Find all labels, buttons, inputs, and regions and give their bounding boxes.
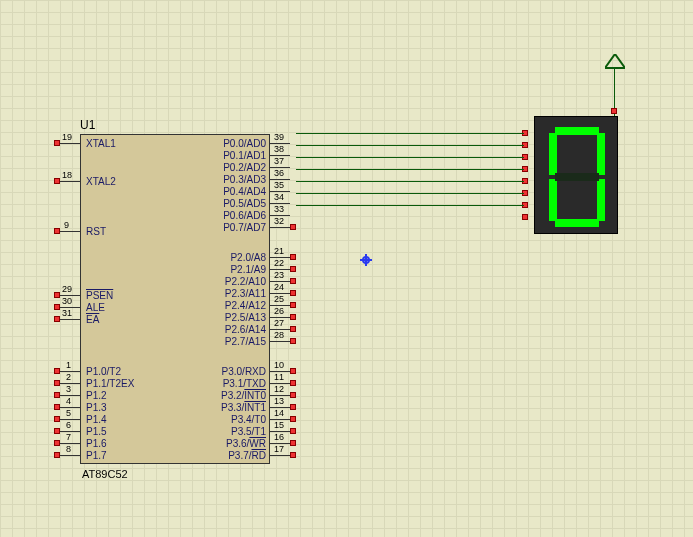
pin-num: 13: [274, 396, 284, 406]
pin-pad[interactable]: [54, 228, 60, 234]
pin-label: P2.4/A12: [225, 300, 266, 311]
seg-a: [555, 127, 599, 135]
pin-label-ale: ALE: [86, 302, 105, 313]
pin-pad[interactable]: [54, 392, 60, 398]
ic-part-number: AT89C52: [82, 468, 128, 480]
pin-num: 39: [274, 132, 284, 142]
pin-pad[interactable]: [290, 368, 296, 374]
pin-num: 21: [274, 246, 284, 256]
pin-num-30: 30: [62, 296, 72, 306]
pin-num-3: 3: [66, 384, 71, 394]
pin-pad[interactable]: [290, 392, 296, 398]
pin-pad[interactable]: [54, 140, 60, 146]
ic-reference: U1: [80, 118, 95, 132]
pin-pad[interactable]: [54, 404, 60, 410]
pin-label: P0.4/AD4: [223, 186, 266, 197]
pin-num-18: 18: [62, 170, 72, 180]
pin-label: P2.7/A15: [225, 336, 266, 347]
pin-pad[interactable]: [54, 304, 60, 310]
pin-label: P3.7/RD: [228, 450, 266, 461]
pin-label: P2.5/A13: [225, 312, 266, 323]
pin-label: P2.2/A10: [225, 276, 266, 287]
pin-num: 37: [274, 156, 284, 166]
pin-lead: [60, 231, 80, 232]
pin-lead: [270, 455, 290, 456]
pin-lead: [60, 143, 80, 144]
pin-pad[interactable]: [54, 428, 60, 434]
pin-pad[interactable]: [290, 404, 296, 410]
pin-num: 38: [274, 144, 284, 154]
schematic-canvas[interactable]: U1 AT89C52 XTAL1 19 XTAL2 18 RST 9 PSEN …: [0, 0, 693, 537]
pin-num-4: 4: [66, 396, 71, 406]
seg-f: [549, 133, 557, 175]
pin-label: P2.3/A11: [225, 288, 266, 299]
pin-pad[interactable]: [290, 338, 296, 344]
pin-label-p17: P1.7: [86, 450, 107, 461]
pin-label: P3.0/RXD: [222, 366, 266, 377]
pin-num: 24: [274, 282, 284, 292]
power-arrow-icon: [605, 54, 625, 70]
pin-num-1: 1: [66, 360, 71, 370]
pin-num-19: 19: [62, 132, 72, 142]
pin-pad[interactable]: [54, 368, 60, 374]
pin-lead: [60, 455, 80, 456]
pin-lead: [270, 341, 290, 342]
seven-segment-display[interactable]: [534, 116, 618, 234]
pin-label-psen: PSEN: [86, 290, 113, 301]
pin-pad[interactable]: [290, 314, 296, 320]
pin-pad[interactable]: [54, 380, 60, 386]
pin-num-9: 9: [64, 220, 69, 230]
pin-pad[interactable]: [54, 452, 60, 458]
pin-pad[interactable]: [290, 380, 296, 386]
pin-pad[interactable]: [54, 316, 60, 322]
pin-label: P0.6/AD6: [223, 210, 266, 221]
pin-pad[interactable]: [290, 278, 296, 284]
pin-num: 17: [274, 444, 284, 454]
pin-lead: [60, 181, 80, 182]
pin-num: 25: [274, 294, 284, 304]
pin-pad[interactable]: [54, 440, 60, 446]
pin-pad[interactable]: [54, 416, 60, 422]
pin-num: 27: [274, 318, 284, 328]
wire: [296, 133, 524, 134]
pin-lead: [270, 227, 290, 228]
pin-label: P0.0/AD0: [223, 138, 266, 149]
pin-num: 12: [274, 384, 284, 394]
svg-marker-0: [605, 54, 625, 68]
pin-label: P3.2/INT0: [221, 390, 266, 401]
pin-num-6: 6: [66, 420, 71, 430]
seg-d: [555, 219, 599, 227]
pin-label-p11: P1.1/T2EX: [86, 378, 134, 389]
disp-pad-top[interactable]: [611, 108, 617, 114]
pin-pad[interactable]: [290, 326, 296, 332]
pin-label: P2.0/A8: [230, 252, 266, 263]
pin-pad[interactable]: [290, 302, 296, 308]
seg-c: [597, 179, 605, 221]
pin-pad[interactable]: [290, 290, 296, 296]
pin-pad[interactable]: [54, 292, 60, 298]
pin-num: 14: [274, 408, 284, 418]
pin-pad[interactable]: [290, 416, 296, 422]
pin-label: P0.5/AD5: [223, 198, 266, 209]
pin-label-p12: P1.2: [86, 390, 107, 401]
pin-label-rst: RST: [86, 226, 106, 237]
pin-num: 28: [274, 330, 284, 340]
pin-pad[interactable]: [290, 440, 296, 446]
disp-pad[interactable]: [522, 214, 528, 220]
pin-pad[interactable]: [54, 178, 60, 184]
pin-num: 11: [274, 372, 284, 382]
pin-num: 26: [274, 306, 284, 316]
wire: [296, 157, 524, 158]
pin-label: P3.5/T1: [231, 426, 266, 437]
pin-separator: [62, 143, 63, 144]
pin-num-7: 7: [66, 432, 71, 442]
pin-label: P0.1/AD1: [223, 150, 266, 161]
pin-pad[interactable]: [290, 428, 296, 434]
pin-num: 10: [274, 360, 284, 370]
pin-pad[interactable]: [290, 254, 296, 260]
pin-label-xtal1: XTAL1: [86, 138, 116, 149]
pin-pad[interactable]: [290, 452, 296, 458]
pin-pad[interactable]: [290, 266, 296, 272]
pin-lead: [60, 319, 80, 320]
pin-pad[interactable]: [290, 224, 296, 230]
